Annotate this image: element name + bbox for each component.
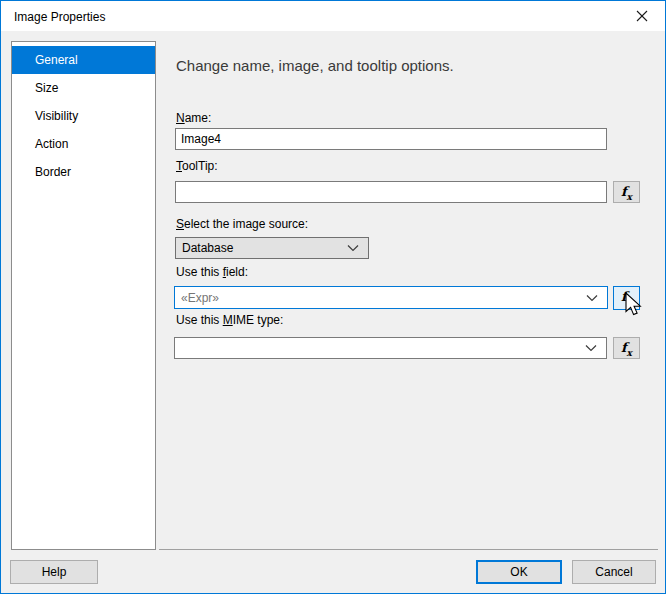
category-list: General Size Visibility Action Border (11, 41, 156, 550)
field-value: «Expr» (181, 291, 219, 305)
tooltip-input[interactable] (175, 181, 607, 203)
sidebar-item-border[interactable]: Border (12, 158, 155, 186)
footer-separator (159, 549, 658, 550)
mime-type-label: Use this MIME type: (176, 313, 283, 327)
function-icon: fx (621, 184, 632, 199)
mime-expression-button[interactable]: fx (613, 337, 640, 359)
cancel-button[interactable]: Cancel (572, 560, 656, 584)
close-button[interactable] (619, 1, 664, 31)
sidebar-item-size[interactable]: Size (12, 74, 155, 102)
window-title: Image Properties (14, 10, 105, 24)
tooltip-expression-button[interactable]: fx (613, 181, 640, 203)
close-icon (636, 10, 648, 22)
image-properties-dialog: Image Properties General Size Visibility… (0, 0, 666, 594)
image-source-value: Database (182, 241, 233, 255)
function-icon: fx (621, 340, 632, 355)
field-expression-button[interactable]: fx (613, 286, 640, 310)
tooltip-label: ToolTip: (176, 159, 218, 173)
help-button[interactable]: Help (10, 560, 98, 584)
sidebar-item-visibility[interactable]: Visibility (12, 102, 155, 130)
name-label: Name: (176, 111, 211, 125)
mime-type-combobox[interactable] (174, 337, 607, 359)
name-input[interactable] (175, 128, 607, 150)
sidebar-item-action[interactable]: Action (12, 130, 155, 158)
field-combobox[interactable]: «Expr» (174, 286, 608, 309)
sidebar-item-general[interactable]: General (12, 46, 155, 74)
image-source-label: Select the image source: (176, 217, 308, 231)
ok-button[interactable]: OK (476, 560, 562, 584)
chevron-down-icon (585, 345, 597, 352)
title-bar: Image Properties (1, 1, 665, 31)
field-label: Use this field: (176, 265, 248, 279)
function-icon: fx (621, 289, 632, 304)
chevron-down-icon (347, 245, 359, 252)
image-source-dropdown[interactable]: Database (175, 237, 369, 259)
page-description: Change name, image, and tooltip options. (176, 57, 454, 74)
chevron-down-icon (586, 294, 598, 301)
